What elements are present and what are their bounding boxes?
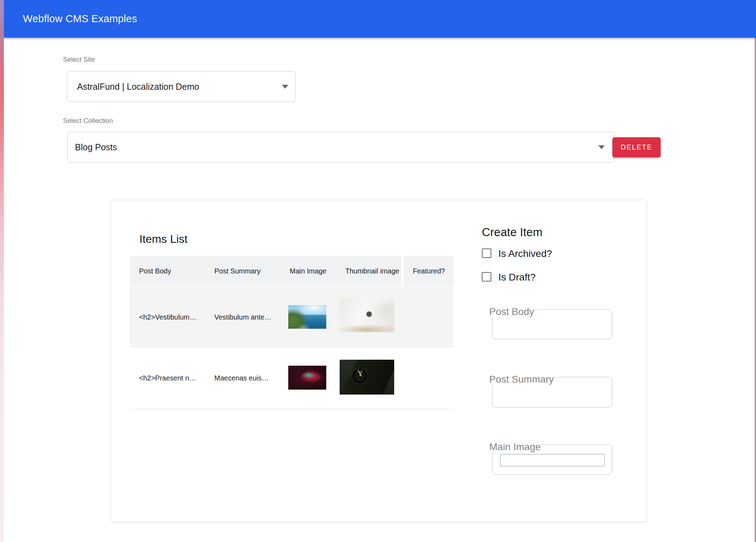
site-select[interactable]: AstralFund | Localization Demo [67,71,296,102]
is-archived-checkbox[interactable] [482,248,491,258]
collection-select-value: Blog Posts [75,132,117,162]
items-list-title: Items List [139,233,188,246]
column-header-thumbnail-image: Thumbnail image [345,256,399,286]
column-header-main-image: Main Image [290,256,327,286]
caret-down-icon [598,145,605,149]
left-accent-strip [0,0,4,542]
column-header-post-body: Post Body [139,256,171,286]
main-image-thumbnail [288,366,326,390]
main-image-thumbnail [288,305,326,329]
create-item-title: Create Item [482,226,542,239]
is-draft-checkbox[interactable] [482,272,491,282]
site-select-value: AstralFund | Localization Demo [77,71,199,102]
column-header-featured: Featured? [413,256,445,286]
select-collection-label: Select Collection [63,117,113,125]
app-header: Webflow CMS Examples [4,0,756,38]
cell-post-summary: Maecenas euis… [214,374,269,382]
main-image-field-label: Main Image [488,441,542,453]
post-body-field: Post Body [492,309,612,339]
post-summary-field-label: Post Summary [488,374,555,385]
main-image-field: Main Image [492,445,612,475]
right-accent-strip [755,38,756,542]
delete-button-label: DELETE [621,143,653,151]
thumbnail-image-thumbnail [340,360,394,395]
cell-post-summary: Vestibulum ante… [214,313,271,321]
delete-button[interactable]: DELETE [612,137,661,157]
select-site-label: Select Site [63,56,95,63]
is-draft-label[interactable]: Is Draft? [498,272,536,283]
main-image-file-input[interactable] [500,454,605,466]
page-title: Webflow CMS Examples [23,0,137,38]
post-summary-field: Post Summary [492,377,612,408]
is-archived-label[interactable]: Is Archived? [498,248,552,259]
collection-select[interactable]: Blog Posts [67,132,614,163]
cell-post-body: <h2>Vestibulum… [139,313,196,321]
column-header-post-summary: Post Summary [214,256,260,286]
content-card: Items List Post Body Post Summary Main I… [111,200,647,522]
caret-down-icon [282,85,288,89]
cell-post-body: <h2>Praesent n… [139,374,196,382]
post-body-field-label: Post Body [488,306,535,317]
thumbnail-image-thumbnail [340,299,394,332]
